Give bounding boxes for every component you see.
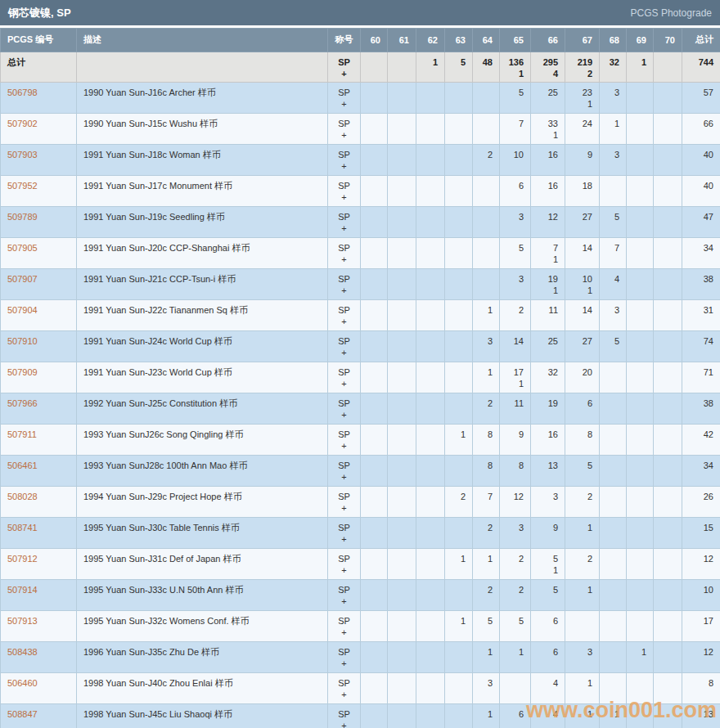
value-line: 1 (538, 564, 558, 576)
pcgs-number-link[interactable]: 506460 (7, 678, 38, 688)
grade-cell-61 (388, 114, 416, 145)
value-line: 32 (538, 366, 558, 378)
pcgs-number-link[interactable]: 507902 (7, 119, 38, 128)
value-line: 1 (452, 553, 466, 564)
column-header-grade-70: 70 (654, 29, 682, 52)
grade-cell-70 (654, 518, 682, 549)
grade-cell-68: 32 (600, 52, 627, 83)
grade-cell-68: 1 (600, 704, 627, 728)
total-row: 总计SP+1548136129542192321744 (1, 52, 720, 83)
value-line: 3 (506, 273, 524, 285)
table-row: 5088471998 Yuan Sun-J45c Liu Shaoqi 样币SP… (1, 704, 720, 728)
value-line: 24 (572, 118, 592, 129)
value-line: 7 (479, 491, 493, 502)
pcgs-number-link[interactable]: 507910 (7, 336, 38, 346)
grade-cell-70 (654, 331, 682, 362)
pcgs-number-link[interactable]: 507912 (7, 554, 38, 564)
grade-cell-61 (388, 176, 416, 207)
pcgs-number-link[interactable]: 507905 (7, 243, 38, 253)
value-line: SP (335, 87, 353, 98)
pcgs-number-link[interactable]: 508847 (7, 709, 38, 719)
grade-cell-64: 2 (473, 145, 500, 176)
total-cell: 71 (682, 362, 720, 393)
grade-cell-65: 7 (500, 114, 531, 145)
designation-cell: SP+ (328, 83, 361, 114)
total-cell: 38 (682, 393, 720, 425)
grade-cell-69 (627, 611, 654, 642)
column-header-total: 总计 (682, 29, 720, 52)
total-cell: 40 (682, 176, 720, 207)
column-header-grade-66: 66 (531, 29, 565, 52)
pcgs-number-cell: 508028 (1, 487, 77, 518)
grade-cell-65: 8 (500, 456, 531, 487)
value-line: 1 (572, 285, 592, 296)
value-line: 2 (506, 304, 524, 316)
value-line: + (335, 440, 353, 452)
table-row: 5079121995 Yuan Sun-J31c Def of Japan 样币… (1, 549, 720, 580)
grade-cell-65: 14 (500, 331, 531, 362)
description-cell: 1991 Yuan Sun-J18c Woman 样币 (77, 145, 328, 176)
value-line: 1 (423, 56, 438, 68)
value-line: + (335, 98, 353, 110)
table-row: 5079111993 Yuan SunJ26c Song Qingling 样币… (1, 425, 720, 456)
grade-cell-70 (654, 580, 682, 611)
value-line: 3 (506, 211, 524, 222)
pcgs-number-link[interactable]: 506461 (7, 461, 38, 470)
column-header-grade-69: 69 (627, 29, 654, 52)
grade-cell-70 (654, 145, 682, 176)
grade-cell-61 (388, 300, 416, 331)
grade-cell-64 (473, 269, 500, 300)
grade-cell-62: 1 (416, 52, 445, 83)
grade-cell-64: 3 (473, 331, 500, 362)
pcgs-number-link[interactable]: 507914 (7, 585, 38, 595)
pcgs-number-link[interactable]: 507904 (7, 305, 38, 315)
grade-cell-60 (361, 518, 388, 549)
pcgs-number-link[interactable]: 507952 (7, 181, 38, 191)
grade-cell-66: 13 (531, 456, 565, 487)
value-line: + (335, 285, 353, 296)
pcgs-number-cell: 507914 (1, 580, 77, 611)
designation-cell: SP+ (328, 176, 361, 207)
pcgs-number-link[interactable]: 509789 (7, 212, 38, 222)
value-line: 4 (538, 677, 558, 689)
value-line: 5 (606, 335, 619, 347)
pcgs-number-link[interactable]: 507913 (7, 616, 38, 626)
pcgs-number-link[interactable]: 507903 (7, 150, 38, 160)
grade-cell-70 (654, 83, 682, 114)
value-line: 6 (538, 646, 558, 658)
grade-cell-61 (388, 580, 416, 611)
pcgs-number-link[interactable]: 508741 (7, 523, 38, 533)
designation-cell: SP+ (328, 238, 361, 269)
value-line: SP (335, 708, 353, 720)
value-line: 2 (479, 584, 493, 595)
grade-cell-67: 1 (565, 580, 600, 611)
pcgs-number-link[interactable]: 507909 (7, 367, 38, 377)
grade-cell-70 (654, 642, 682, 673)
grade-cell-63 (445, 176, 473, 207)
pcgs-number-link[interactable]: 507907 (7, 274, 38, 284)
grade-cell-64 (473, 114, 500, 145)
grade-cell-66: 16 (531, 176, 565, 207)
grade-cell-61 (388, 331, 416, 362)
grade-cell-64: 1 (473, 642, 500, 673)
page-title: 钢芯镀镍, SP (8, 6, 71, 20)
value-line: 1 (506, 378, 524, 389)
value-line: SP (335, 615, 353, 627)
pcgs-number-link[interactable]: 508028 (7, 492, 38, 501)
pcgs-number-link[interactable]: 507911 (7, 429, 37, 439)
designation-cell: SP+ (328, 580, 361, 611)
value-line: 1 (538, 254, 558, 265)
pcgs-photograde-link[interactable]: PCGS Photograde (631, 7, 712, 19)
grade-cell-63: 1 (445, 425, 473, 456)
pcgs-number-link[interactable]: 507966 (7, 398, 38, 408)
column-header-pcgs-number: PCGS 编号 (1, 29, 77, 52)
grade-cell-60 (361, 145, 388, 176)
pcgs-number-link[interactable]: 506798 (7, 88, 38, 97)
value-line: SP (335, 118, 353, 129)
value-line: 10 (572, 273, 592, 285)
designation-cell: SP+ (328, 145, 361, 176)
value-line: 3 (606, 304, 619, 316)
pcgs-number-link[interactable]: 508438 (7, 647, 38, 657)
grade-cell-70 (654, 393, 682, 425)
description-cell: 1993 Yuan SunJ28c 100th Ann Mao 样币 (77, 456, 328, 487)
